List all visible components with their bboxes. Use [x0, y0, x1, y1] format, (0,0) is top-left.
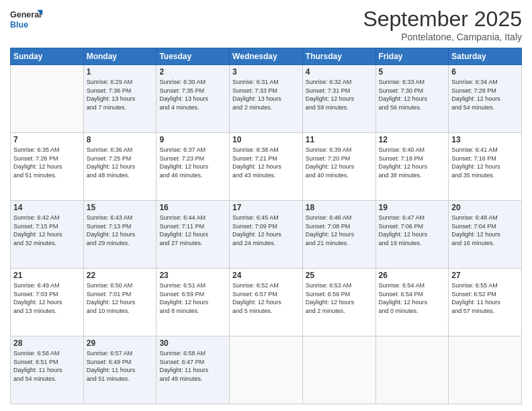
day-info: Sunrise: 6:45 AM Sunset: 7:09 PM Dayligh…	[232, 214, 300, 247]
col-header-monday: Monday	[83, 48, 157, 65]
logo-svg: General Blue	[10, 7, 44, 32]
day-info: Sunrise: 6:41 AM Sunset: 7:16 PM Dayligh…	[451, 146, 519, 179]
calendar-cell: 30Sunrise: 6:58 AM Sunset: 6:47 PM Dayli…	[157, 336, 230, 404]
calendar-week-row: 7Sunrise: 6:35 AM Sunset: 7:26 PM Daylig…	[11, 133, 522, 201]
day-number: 21	[13, 271, 81, 280]
day-number: 6	[451, 67, 519, 77]
day-number: 5	[379, 67, 446, 77]
day-info: Sunrise: 6:53 AM Sunset: 6:56 PM Dayligh…	[306, 281, 373, 315]
calendar-cell	[11, 65, 84, 133]
day-number: 4	[306, 67, 373, 77]
calendar-cell: 2Sunrise: 6:30 AM Sunset: 7:35 PM Daylig…	[157, 65, 230, 133]
day-info: Sunrise: 6:55 AM Sunset: 6:52 PM Dayligh…	[451, 281, 519, 315]
calendar-cell: 15Sunrise: 6:43 AM Sunset: 7:13 PM Dayli…	[83, 201, 157, 269]
day-info: Sunrise: 6:36 AM Sunset: 7:25 PM Dayligh…	[87, 146, 154, 179]
day-number: 22	[87, 271, 154, 280]
calendar-cell: 18Sunrise: 6:46 AM Sunset: 7:08 PM Dayli…	[302, 201, 375, 269]
col-header-friday: Friday	[375, 48, 449, 65]
day-number: 18	[306, 203, 373, 212]
day-number: 27	[451, 271, 519, 280]
day-number: 17	[232, 203, 300, 212]
day-info: Sunrise: 6:30 AM Sunset: 7:35 PM Dayligh…	[159, 78, 226, 111]
day-number: 1	[87, 67, 154, 77]
calendar-cell: 9Sunrise: 6:37 AM Sunset: 7:23 PM Daylig…	[157, 133, 230, 201]
day-info: Sunrise: 6:50 AM Sunset: 7:01 PM Dayligh…	[87, 281, 154, 315]
calendar-cell	[375, 336, 449, 404]
calendar-cell: 28Sunrise: 6:56 AM Sunset: 6:51 PM Dayli…	[11, 336, 84, 404]
calendar-week-row: 28Sunrise: 6:56 AM Sunset: 6:51 PM Dayli…	[11, 336, 522, 404]
calendar-cell: 13Sunrise: 6:41 AM Sunset: 7:16 PM Dayli…	[449, 133, 522, 201]
logo: General Blue	[10, 7, 44, 32]
day-number: 9	[159, 135, 226, 144]
day-info: Sunrise: 6:40 AM Sunset: 7:18 PM Dayligh…	[379, 146, 446, 179]
calendar-cell: 22Sunrise: 6:50 AM Sunset: 7:01 PM Dayli…	[83, 269, 157, 336]
day-number: 14	[13, 203, 81, 212]
day-number: 29	[87, 338, 154, 348]
calendar-cell: 4Sunrise: 6:32 AM Sunset: 7:31 PM Daylig…	[302, 65, 375, 133]
calendar-cell: 16Sunrise: 6:44 AM Sunset: 7:11 PM Dayli…	[157, 201, 230, 269]
svg-text:Blue: Blue	[10, 20, 28, 30]
calendar-cell: 29Sunrise: 6:57 AM Sunset: 6:49 PM Dayli…	[83, 336, 157, 404]
day-number: 24	[232, 271, 300, 280]
day-info: Sunrise: 6:29 AM Sunset: 7:36 PM Dayligh…	[87, 78, 154, 111]
day-info: Sunrise: 6:34 AM Sunset: 7:28 PM Dayligh…	[451, 78, 519, 111]
day-info: Sunrise: 6:44 AM Sunset: 7:11 PM Dayligh…	[159, 214, 226, 247]
day-number: 26	[379, 271, 446, 280]
calendar-week-row: 14Sunrise: 6:42 AM Sunset: 7:15 PM Dayli…	[11, 201, 522, 269]
day-number: 28	[13, 338, 81, 348]
calendar-cell: 6Sunrise: 6:34 AM Sunset: 7:28 PM Daylig…	[449, 65, 522, 133]
day-number: 2	[159, 67, 226, 77]
day-info: Sunrise: 6:37 AM Sunset: 7:23 PM Dayligh…	[159, 146, 226, 179]
day-info: Sunrise: 6:32 AM Sunset: 7:31 PM Dayligh…	[306, 78, 373, 111]
calendar-cell: 25Sunrise: 6:53 AM Sunset: 6:56 PM Dayli…	[302, 269, 375, 336]
day-info: Sunrise: 6:39 AM Sunset: 7:20 PM Dayligh…	[306, 146, 373, 179]
subtitle: Pontelatone, Campania, Italy	[363, 32, 522, 42]
day-info: Sunrise: 6:42 AM Sunset: 7:15 PM Dayligh…	[13, 214, 81, 247]
day-info: Sunrise: 6:56 AM Sunset: 6:51 PM Dayligh…	[13, 349, 81, 383]
day-info: Sunrise: 6:31 AM Sunset: 7:33 PM Dayligh…	[232, 78, 300, 111]
title-block: September 2025 Pontelatone, Campania, It…	[363, 7, 522, 42]
day-info: Sunrise: 6:35 AM Sunset: 7:26 PM Dayligh…	[13, 146, 81, 179]
day-number: 8	[87, 135, 154, 144]
day-number: 7	[13, 135, 81, 144]
calendar-cell: 10Sunrise: 6:38 AM Sunset: 7:21 PM Dayli…	[230, 133, 303, 201]
day-info: Sunrise: 6:51 AM Sunset: 6:59 PM Dayligh…	[159, 281, 226, 315]
col-header-saturday: Saturday	[449, 48, 522, 65]
calendar-week-row: 21Sunrise: 6:49 AM Sunset: 7:03 PM Dayli…	[11, 269, 522, 336]
day-number: 25	[306, 271, 373, 280]
calendar-cell: 21Sunrise: 6:49 AM Sunset: 7:03 PM Dayli…	[11, 269, 84, 336]
day-number: 16	[159, 203, 226, 212]
day-info: Sunrise: 6:33 AM Sunset: 7:30 PM Dayligh…	[379, 78, 446, 111]
day-info: Sunrise: 6:38 AM Sunset: 7:21 PM Dayligh…	[232, 146, 300, 179]
calendar-cell: 8Sunrise: 6:36 AM Sunset: 7:25 PM Daylig…	[83, 133, 157, 201]
calendar-cell	[449, 336, 522, 404]
col-header-tuesday: Tuesday	[157, 48, 230, 65]
month-title: September 2025	[363, 7, 522, 32]
calendar-cell	[230, 336, 303, 404]
col-header-thursday: Thursday	[302, 48, 375, 65]
calendar-cell: 14Sunrise: 6:42 AM Sunset: 7:15 PM Dayli…	[11, 201, 84, 269]
page: General Blue September 2025 Pontelatone,…	[0, 0, 532, 411]
day-info: Sunrise: 6:52 AM Sunset: 6:57 PM Dayligh…	[232, 281, 300, 315]
day-info: Sunrise: 6:43 AM Sunset: 7:13 PM Dayligh…	[87, 214, 154, 247]
day-info: Sunrise: 6:54 AM Sunset: 6:54 PM Dayligh…	[379, 281, 446, 315]
header: General Blue September 2025 Pontelatone,…	[10, 7, 522, 42]
calendar-table: SundayMondayTuesdayWednesdayThursdayFrid…	[10, 48, 522, 404]
calendar-cell: 3Sunrise: 6:31 AM Sunset: 7:33 PM Daylig…	[230, 65, 303, 133]
calendar-cell: 7Sunrise: 6:35 AM Sunset: 7:26 PM Daylig…	[11, 133, 84, 201]
svg-text:General: General	[10, 11, 42, 20]
calendar-header-row: SundayMondayTuesdayWednesdayThursdayFrid…	[11, 48, 522, 65]
day-info: Sunrise: 6:58 AM Sunset: 6:47 PM Dayligh…	[159, 349, 226, 383]
calendar-cell: 17Sunrise: 6:45 AM Sunset: 7:09 PM Dayli…	[230, 201, 303, 269]
calendar-week-row: 1Sunrise: 6:29 AM Sunset: 7:36 PM Daylig…	[11, 65, 522, 133]
day-number: 15	[87, 203, 154, 212]
col-header-sunday: Sunday	[11, 48, 84, 65]
day-number: 30	[159, 338, 226, 348]
calendar-cell: 5Sunrise: 6:33 AM Sunset: 7:30 PM Daylig…	[375, 65, 449, 133]
calendar-cell: 20Sunrise: 6:48 AM Sunset: 7:04 PM Dayli…	[449, 201, 522, 269]
day-info: Sunrise: 6:57 AM Sunset: 6:49 PM Dayligh…	[87, 349, 154, 383]
day-number: 10	[232, 135, 300, 144]
col-header-wednesday: Wednesday	[230, 48, 303, 65]
calendar-cell	[302, 336, 375, 404]
calendar-cell: 24Sunrise: 6:52 AM Sunset: 6:57 PM Dayli…	[230, 269, 303, 336]
